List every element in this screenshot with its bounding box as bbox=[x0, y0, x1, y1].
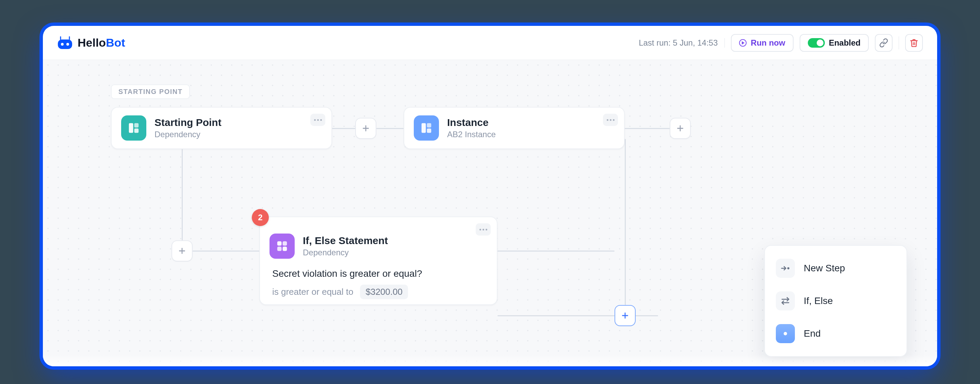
svg-rect-9 bbox=[427, 123, 431, 127]
node-title: Starting Point bbox=[154, 117, 221, 128]
bot-logo-icon bbox=[57, 36, 73, 50]
add-step-button[interactable] bbox=[670, 118, 691, 139]
connector bbox=[625, 128, 670, 129]
node-subtitle: Dependency bbox=[154, 130, 221, 139]
menu-item-new-step[interactable]: New Step bbox=[765, 252, 907, 285]
end-dot-icon bbox=[776, 324, 795, 343]
add-step-menu: New Step If, Else End bbox=[764, 245, 907, 357]
condition-value[interactable]: $3200.00 bbox=[360, 285, 408, 299]
starting-point-tag: STARTING POINT bbox=[111, 84, 190, 99]
connector bbox=[376, 128, 404, 129]
enabled-toggle-button[interactable]: Enabled bbox=[800, 34, 869, 52]
trash-icon bbox=[910, 38, 918, 47]
menu-item-if-else[interactable]: If, Else bbox=[765, 285, 907, 317]
brand: HelloBot bbox=[57, 36, 125, 50]
svg-point-27 bbox=[784, 332, 787, 335]
header: HelloBot Last run: 5 Jun, 14:53 Run now … bbox=[43, 26, 937, 60]
swap-icon bbox=[776, 292, 795, 311]
toggle-on-icon bbox=[808, 38, 825, 48]
bottom-fade bbox=[43, 355, 937, 366]
add-step-button[interactable] bbox=[355, 118, 376, 139]
tile-icon bbox=[414, 115, 439, 140]
menu-item-label: End bbox=[804, 328, 821, 339]
brand-name: HelloBot bbox=[78, 36, 125, 49]
app-window: HelloBot Last run: 5 Jun, 14:53 Run now … bbox=[43, 26, 937, 366]
tile-icon bbox=[269, 234, 295, 259]
share-link-button[interactable] bbox=[875, 34, 892, 52]
node-more-button[interactable] bbox=[476, 223, 491, 236]
node-subtitle: AB2 Instance bbox=[447, 130, 496, 139]
connector bbox=[332, 128, 355, 129]
menu-item-end[interactable]: End bbox=[765, 317, 907, 350]
node-more-button[interactable] bbox=[603, 114, 618, 126]
svg-point-4 bbox=[66, 43, 69, 46]
svg-point-3 bbox=[61, 43, 64, 46]
svg-rect-13 bbox=[277, 247, 282, 251]
brand-second: Bot bbox=[106, 36, 125, 49]
condition-question: Secret violation is greater or equal? bbox=[272, 268, 422, 279]
node-instance[interactable]: Instance AB2 Instance bbox=[404, 107, 625, 149]
add-step-button[interactable] bbox=[172, 241, 192, 261]
node-text: If, Else Statement Dependency bbox=[303, 235, 388, 257]
condition-operator: is greater or equal to bbox=[272, 287, 353, 297]
play-icon bbox=[739, 39, 746, 47]
enabled-label: Enabled bbox=[829, 38, 861, 48]
add-step-button-active[interactable] bbox=[614, 305, 636, 326]
delete-button[interactable] bbox=[905, 34, 923, 52]
menu-item-label: New Step bbox=[804, 263, 845, 274]
divider bbox=[899, 37, 899, 49]
link-icon bbox=[879, 38, 888, 47]
svg-rect-11 bbox=[277, 241, 282, 246]
connector bbox=[635, 315, 658, 316]
svg-rect-8 bbox=[422, 123, 426, 133]
svg-point-24 bbox=[788, 267, 789, 269]
connector bbox=[498, 315, 614, 316]
brand-first: Hello bbox=[78, 36, 106, 49]
node-text: Starting Point Dependency bbox=[154, 117, 221, 139]
run-now-label: Run now bbox=[751, 38, 785, 48]
svg-rect-7 bbox=[134, 129, 139, 133]
svg-rect-12 bbox=[283, 241, 287, 246]
node-title: If, Else Statement bbox=[303, 235, 388, 247]
node-subtitle: Dependency bbox=[303, 248, 388, 257]
last-run-label: Last run: 5 Jun, 14:53 bbox=[639, 38, 725, 48]
header-actions: Last run: 5 Jun, 14:53 Run now Enabled bbox=[639, 34, 923, 52]
flow-canvas[interactable]: STARTING POINT Starting Point Dependency bbox=[43, 60, 937, 366]
connector bbox=[498, 250, 614, 252]
svg-rect-2 bbox=[58, 40, 72, 49]
node-title: Instance bbox=[447, 117, 496, 128]
node-text: Instance AB2 Instance bbox=[447, 117, 496, 139]
connector bbox=[182, 149, 183, 241]
run-now-button[interactable]: Run now bbox=[731, 34, 793, 52]
error-count-badge: 2 bbox=[252, 209, 269, 226]
svg-rect-5 bbox=[129, 123, 134, 133]
connector bbox=[625, 139, 626, 305]
node-starting-point[interactable]: Starting Point Dependency bbox=[111, 107, 332, 149]
node-more-button[interactable] bbox=[310, 114, 325, 126]
tile-icon bbox=[121, 115, 146, 140]
svg-rect-14 bbox=[283, 247, 287, 251]
svg-rect-10 bbox=[427, 129, 431, 133]
arrow-to-dot-icon bbox=[776, 259, 795, 278]
condition-operator-row: is greater or equal to $3200.00 bbox=[272, 285, 408, 299]
menu-item-label: If, Else bbox=[804, 295, 833, 306]
svg-rect-6 bbox=[134, 123, 139, 127]
connector bbox=[192, 250, 259, 252]
node-if-else[interactable]: 2 If, Else Statement Dependency Secret v… bbox=[259, 217, 498, 305]
